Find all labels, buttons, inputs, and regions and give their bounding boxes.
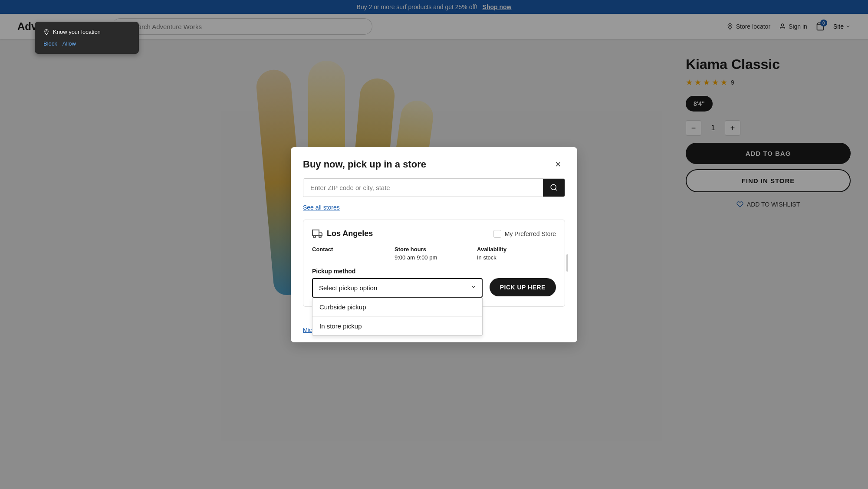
preferred-store-checkbox[interactable]	[493, 230, 501, 238]
contact-section: Contact	[312, 246, 391, 261]
preferred-store-check[interactable]: My Preferred Store	[493, 230, 556, 238]
pickup-method-section: Pickup method Select pickup option Curbs…	[312, 268, 556, 298]
location-popup-header: Know your location	[43, 29, 130, 35]
store-name-area: Los Angeles	[312, 229, 373, 239]
pickup-row: Select pickup option Curbside pickup In …	[312, 278, 556, 298]
modal-body: See all stores Los Angeles My Preferred …	[291, 178, 577, 321]
location-popup-title: Know your location	[53, 29, 101, 35]
svg-point-7	[313, 236, 316, 238]
store-card-header: Los Angeles My Preferred Store	[312, 229, 556, 239]
modal-overlay[interactable]: Buy now, pick up in a store × See all st…	[0, 0, 868, 489]
modal-header: Buy now, pick up in a store ×	[291, 147, 577, 178]
location-popup-actions: Block Allow	[43, 40, 130, 47]
main-content: Kiama Classic ★ ★ ★ ★ ★ 9 8'4" − 1 + ADD…	[0, 39, 868, 489]
pickup-select[interactable]: Select pickup option Curbside pickup In …	[312, 278, 483, 298]
svg-rect-5	[312, 230, 319, 236]
preferred-store-label: My Preferred Store	[505, 230, 556, 237]
availability-value: In stock	[477, 254, 556, 261]
svg-marker-6	[319, 232, 322, 236]
availability-section: Availability In stock	[477, 246, 556, 261]
store-details: Contact Store hours 9:00 am-9:00 pm Avai…	[312, 246, 556, 261]
modal-close-button[interactable]: ×	[551, 158, 565, 171]
pickup-dropdown-container: Select pickup option Curbside pickup In …	[312, 278, 483, 298]
store-name: Los Angeles	[327, 229, 373, 238]
dropdown-option-curbside[interactable]: Curbside pickup	[312, 298, 482, 317]
contact-label: Contact	[312, 246, 391, 253]
dropdown-options: Curbside pickup In store pickup	[312, 298, 483, 336]
location-popup: Know your location Block Allow	[35, 22, 139, 54]
zip-search	[303, 178, 565, 197]
scroll-indicator	[566, 254, 568, 272]
modal-title: Buy now, pick up in a store	[303, 159, 426, 170]
see-all-stores-link[interactable]: See all stores	[303, 204, 565, 211]
zip-input[interactable]	[303, 179, 543, 197]
search-icon	[550, 184, 558, 191]
store-card: Los Angeles My Preferred Store Contact S…	[303, 220, 565, 307]
zip-search-button[interactable]	[543, 179, 565, 197]
hours-value: 9:00 am-9:00 pm	[395, 254, 473, 261]
location-pin-icon	[43, 29, 49, 35]
location-block-button[interactable]: Block	[43, 40, 57, 47]
store-icon	[312, 229, 322, 239]
svg-point-4	[551, 184, 556, 190]
pickup-method-label: Pickup method	[312, 268, 556, 275]
pick-up-here-button[interactable]: PICK UP HERE	[490, 278, 556, 296]
availability-label: Availability	[477, 246, 556, 253]
svg-point-8	[319, 236, 321, 238]
dropdown-option-instore[interactable]: In store pickup	[312, 317, 482, 335]
hours-label: Store hours	[395, 246, 473, 253]
modal: Buy now, pick up in a store × See all st…	[291, 147, 577, 342]
location-allow-button[interactable]: Allow	[62, 40, 76, 47]
svg-point-9	[46, 30, 47, 32]
hours-section: Store hours 9:00 am-9:00 pm	[395, 246, 473, 261]
